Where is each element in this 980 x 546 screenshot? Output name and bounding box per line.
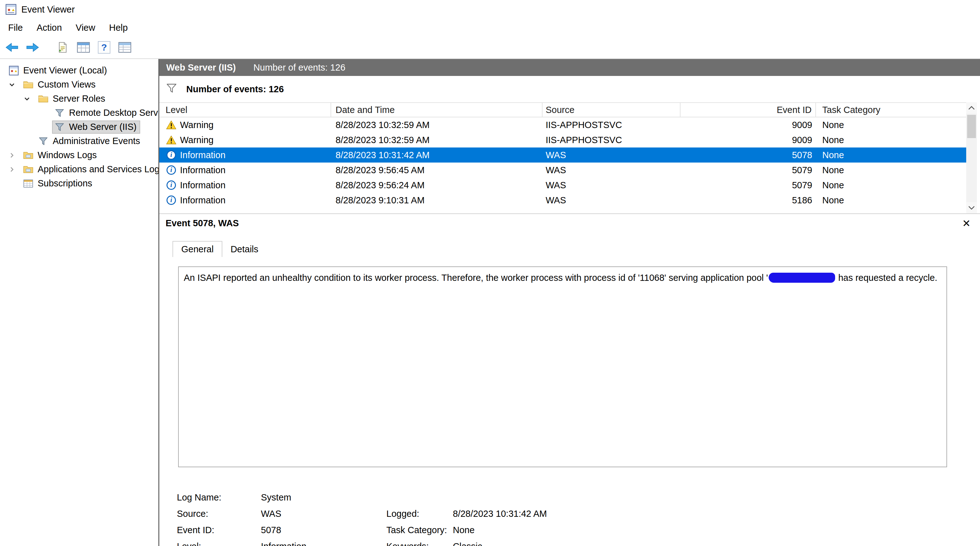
menubar: File Action View Help bbox=[0, 19, 980, 37]
menu-view[interactable]: View bbox=[69, 21, 102, 35]
chevron-right-icon[interactable] bbox=[8, 165, 16, 174]
filter-icon bbox=[54, 122, 65, 133]
event-id-cell: 5078 bbox=[681, 150, 816, 160]
table-row[interactable]: i Information 8/28/2023 9:10:31 AM WAS 5… bbox=[159, 193, 966, 208]
toolbar: ? bbox=[0, 37, 980, 58]
event-viewer-icon bbox=[8, 65, 19, 76]
column-header-source[interactable]: Source bbox=[542, 103, 681, 117]
sidebar-item-custom-views[interactable]: Custom Views bbox=[0, 78, 158, 92]
event-description-text-after: has requested a recycle. bbox=[838, 273, 937, 283]
filter-summary-line: Number of events: 126 bbox=[159, 76, 980, 102]
table-body: Warning 8/28/2023 10:32:59 AM IIS-APPHOS… bbox=[159, 117, 966, 213]
level-text: Information bbox=[180, 150, 226, 160]
task-category-cell: None bbox=[816, 195, 966, 206]
table-row[interactable]: Warning 8/28/2023 10:32:59 AM IIS-APPHOS… bbox=[159, 117, 966, 133]
sidebar-item-web-server-iis[interactable]: Web Server (IIS) bbox=[0, 120, 158, 134]
event-id-value: 5078 bbox=[261, 525, 387, 535]
sidebar-item-event-viewer-local[interactable]: Event Viewer (Local) bbox=[0, 63, 158, 78]
menu-action[interactable]: Action bbox=[30, 21, 69, 35]
sidebar-item-applications-and-services-logs[interactable]: Applications and Services Log bbox=[0, 162, 158, 176]
task-category-label: Task Category: bbox=[387, 525, 453, 535]
sidebar-item-subscriptions[interactable]: Subscriptions bbox=[0, 176, 158, 190]
datetime-cell: 8/28/2023 10:32:59 AM bbox=[331, 135, 542, 145]
source-cell: WAS bbox=[542, 150, 681, 160]
table-row[interactable]: i Information 8/28/2023 9:56:24 AM WAS 5… bbox=[159, 177, 966, 193]
menu-help[interactable]: Help bbox=[102, 21, 135, 35]
table-row[interactable]: Warning 8/28/2023 10:32:59 AM IIS-APPHOS… bbox=[159, 133, 966, 147]
folder-icon bbox=[22, 80, 34, 90]
filter-icon bbox=[38, 136, 49, 147]
sidebar-item-label: Administrative Events bbox=[52, 136, 140, 146]
back-icon[interactable] bbox=[5, 40, 19, 54]
property-row: Source: WAS Logged: 8/28/2023 10:31:42 A… bbox=[177, 506, 980, 522]
keywords-value: Classic bbox=[453, 541, 980, 546]
forward-icon[interactable] bbox=[26, 40, 40, 54]
level-cell: i Information bbox=[165, 195, 331, 206]
scroll-down-icon[interactable] bbox=[966, 202, 977, 213]
datetime-cell: 8/28/2023 9:56:24 AM bbox=[331, 180, 542, 190]
event-description-text: An ISAPI reported an unhealthy condition… bbox=[184, 273, 768, 283]
open-saved-log-icon[interactable] bbox=[56, 40, 70, 54]
level-text: Information bbox=[180, 195, 226, 206]
table-row-selected[interactable]: i Information 8/28/2023 10:31:42 AM WAS … bbox=[159, 147, 966, 163]
sidebar-item-label: Applications and Services Log bbox=[38, 164, 159, 174]
close-icon[interactable]: ✕ bbox=[962, 219, 970, 228]
column-header-date-time[interactable]: Date and Time bbox=[331, 103, 542, 117]
sidebar-item-remote-desktop-services[interactable]: Remote Desktop Servi bbox=[0, 106, 158, 120]
event-id-label: Event ID: bbox=[177, 525, 261, 535]
logged-value: 8/28/2023 10:31:42 AM bbox=[453, 509, 980, 519]
sidebar-item-server-roles[interactable]: Server Roles bbox=[0, 92, 158, 106]
tab-general[interactable]: General bbox=[172, 241, 222, 257]
chevron-right-icon[interactable] bbox=[8, 151, 16, 160]
tab-details[interactable]: Details bbox=[222, 242, 267, 257]
content-area: Event Viewer (Local) Custom Views bbox=[0, 58, 980, 546]
sidebar-item-windows-logs[interactable]: Windows Logs bbox=[0, 148, 158, 162]
chevron-down-icon[interactable] bbox=[22, 94, 31, 103]
create-custom-view-icon[interactable] bbox=[76, 40, 90, 54]
details-title: Event 5078, WAS bbox=[165, 218, 239, 228]
sidebar-item-administrative-events[interactable]: Administrative Events bbox=[0, 134, 158, 148]
information-icon: i bbox=[165, 195, 177, 205]
warning-icon bbox=[165, 120, 177, 129]
datetime-cell: 8/28/2023 9:56:45 AM bbox=[331, 165, 542, 176]
event-properties: Log Name: System Source: WAS Logged: 8/2… bbox=[177, 489, 980, 546]
help-icon[interactable]: ? bbox=[97, 40, 111, 54]
column-header-task-category[interactable]: Task Category bbox=[816, 103, 966, 117]
main-panel: Web Server (IIS) Number of events: 126 N… bbox=[159, 59, 980, 546]
datetime-cell: 8/28/2023 9:10:31 AM bbox=[331, 195, 542, 206]
sidebar-item-label: Subscriptions bbox=[38, 178, 92, 188]
redacted-app-pool-name bbox=[768, 273, 835, 283]
table-header: Level Date and Time Source Event ID Task… bbox=[159, 102, 966, 117]
scrollbar-thumb[interactable] bbox=[967, 115, 976, 138]
keywords-label: Keywords: bbox=[387, 541, 453, 546]
custom-view-properties-icon[interactable] bbox=[118, 40, 132, 54]
sidebar-item-label: Windows Logs bbox=[38, 150, 97, 160]
event-viewer-icon bbox=[5, 3, 17, 15]
question-mark-glyph: ? bbox=[98, 41, 110, 54]
subscriptions-icon bbox=[22, 178, 34, 189]
menu-file[interactable]: File bbox=[1, 21, 30, 35]
warning-icon bbox=[165, 135, 177, 145]
vertical-scrollbar[interactable] bbox=[966, 102, 977, 213]
sidebar-item-label: Custom Views bbox=[38, 80, 95, 90]
event-id-cell: 5079 bbox=[681, 165, 816, 176]
table-row[interactable]: i Information 8/28/2023 9:56:45 AM WAS 5… bbox=[159, 163, 966, 177]
chevron-down-icon[interactable] bbox=[8, 80, 16, 89]
datetime-cell: 8/28/2023 10:32:59 AM bbox=[331, 120, 542, 130]
events-count: Number of events: 126 bbox=[253, 62, 345, 73]
level-cell: i Information bbox=[165, 180, 331, 190]
level-cell: Warning bbox=[165, 135, 331, 145]
source-value: WAS bbox=[261, 509, 387, 519]
scroll-up-icon[interactable] bbox=[966, 102, 977, 113]
column-header-level[interactable]: Level bbox=[165, 103, 331, 117]
property-row: Level: Information Keywords: Classic bbox=[177, 538, 980, 546]
filter-summary-text: Number of events: 126 bbox=[186, 84, 284, 94]
datetime-cell: 8/28/2023 10:31:42 AM bbox=[331, 150, 542, 160]
column-header-event-id[interactable]: Event ID bbox=[681, 103, 816, 117]
level-label: Level: bbox=[177, 541, 261, 546]
filter-icon bbox=[54, 108, 65, 118]
sidebar-item-label: Remote Desktop Servi bbox=[69, 108, 159, 118]
sidebar-item-label: Web Server (IIS) bbox=[69, 122, 137, 132]
information-icon: i bbox=[165, 150, 177, 160]
level-value: Information bbox=[261, 541, 387, 546]
